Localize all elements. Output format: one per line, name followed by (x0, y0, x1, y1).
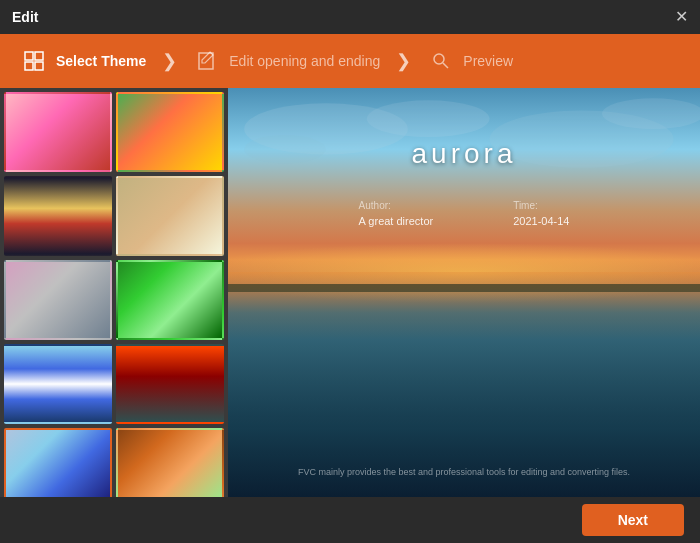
svg-rect-1 (35, 52, 43, 60)
bottom-bar: Next (0, 497, 700, 543)
close-button[interactable]: ✕ (675, 9, 688, 25)
svg-rect-0 (25, 52, 33, 60)
preview-container: aurora Author: A great director Time: 20… (228, 88, 700, 497)
step-select-theme[interactable]: Select Theme (20, 47, 146, 75)
author-label: Author: (359, 200, 434, 211)
step-label-preview: Preview (463, 53, 513, 69)
svg-point-5 (434, 54, 444, 64)
step-preview[interactable]: Preview (427, 47, 513, 75)
theme-thumbnail-1[interactable] (4, 92, 112, 172)
svg-rect-3 (35, 62, 43, 70)
preview-panel: aurora Author: A great director Time: 20… (228, 88, 700, 497)
step-label-edit-opening: Edit opening and ending (229, 53, 380, 69)
step-separator-2: ❯ (396, 50, 411, 72)
theme-thumbnail-8[interactable] (116, 344, 224, 424)
title-bar: Edit ✕ (0, 0, 700, 34)
edit-icon (193, 47, 221, 75)
time-value: 2021-04-14 (513, 215, 569, 227)
theme-thumbnail-9[interactable] (4, 428, 112, 497)
main-area: aurora Author: A great director Time: 20… (0, 88, 700, 497)
meta-author-col: Author: A great director (359, 200, 434, 227)
window-title: Edit (12, 9, 38, 25)
theme-thumbnail-5[interactable] (4, 260, 112, 340)
theme-thumbnail-4[interactable] (116, 176, 224, 256)
step-label-select-theme: Select Theme (56, 53, 146, 69)
theme-thumbnail-2[interactable] (116, 92, 224, 172)
preview-overlay: aurora Author: A great director Time: 20… (228, 88, 700, 497)
theme-thumbnail-panel (0, 88, 228, 497)
theme-thumbnail-10[interactable] (116, 428, 224, 497)
thumbnail-grid (4, 92, 224, 497)
step-edit-opening[interactable]: Edit opening and ending (193, 47, 380, 75)
theme-thumbnail-6[interactable] (116, 260, 224, 340)
grid-icon (20, 47, 48, 75)
theme-thumbnail-7[interactable] (4, 344, 112, 424)
svg-rect-2 (25, 62, 33, 70)
step-bar: Select Theme ❯ Edit opening and ending ❯… (0, 34, 700, 88)
preview-meta: Author: A great director Time: 2021-04-1… (359, 200, 570, 227)
preview-footer-text: FVC mainly provides the best and profess… (228, 467, 700, 477)
meta-time-col: Time: 2021-04-14 (513, 200, 569, 227)
theme-thumbnail-3[interactable] (4, 176, 112, 256)
time-label: Time: (513, 200, 569, 211)
svg-line-6 (443, 63, 448, 68)
next-button[interactable]: Next (582, 504, 684, 536)
author-value: A great director (359, 215, 434, 227)
preview-title: aurora (412, 138, 517, 170)
search-icon (427, 47, 455, 75)
step-separator-1: ❯ (162, 50, 177, 72)
